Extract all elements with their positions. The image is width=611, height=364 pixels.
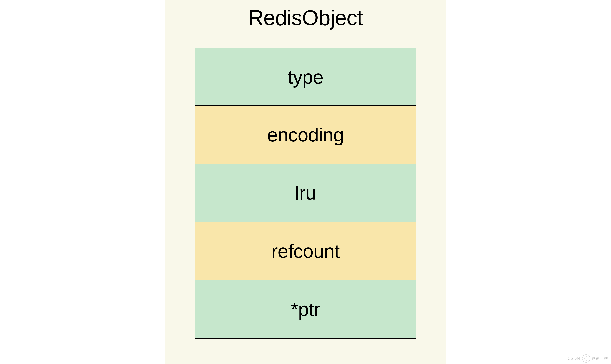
diagram-title: RedisObject xyxy=(248,5,363,30)
field-ptr: *ptr xyxy=(195,281,416,339)
watermark: CSDN 创新互联 xyxy=(567,354,608,363)
watermark-brand-text: 创新互联 xyxy=(592,356,608,361)
field-lru: lru xyxy=(195,164,416,222)
field-encoding: encoding xyxy=(195,106,416,164)
diagram-container: RedisObject type encoding lru refcount *… xyxy=(165,0,446,364)
field-stack: type encoding lru refcount *ptr xyxy=(195,48,416,339)
watermark-logo-icon xyxy=(582,354,590,363)
field-refcount: refcount xyxy=(195,222,416,281)
field-type: type xyxy=(195,48,416,106)
watermark-csdn-text: CSDN xyxy=(567,356,580,361)
